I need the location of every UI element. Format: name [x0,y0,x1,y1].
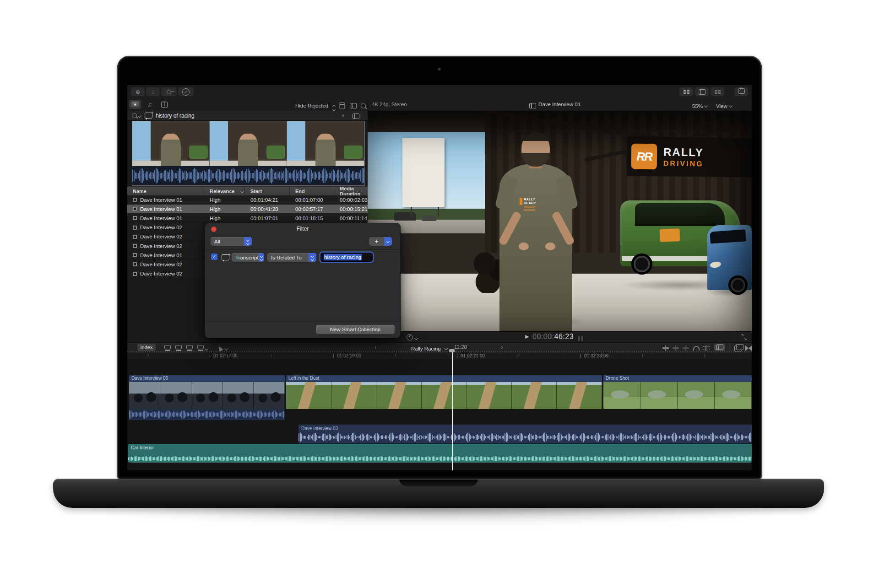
ruler-minor-tick [642,354,643,357]
rule-value-text: history of racing [324,254,362,260]
thumbnail-frame [715,382,752,409]
ruler-minor-tick [395,354,396,357]
timeline-clip-video[interactable]: Dave Interview 06 [129,375,285,420]
clip-audio-waveform [129,409,285,420]
clip-filmstrip-preview[interactable] [132,121,365,186]
clip-title: Car Interior [128,444,752,450]
table-row[interactable]: Dave Interview 01 High00:01:07:01 00:01:… [127,214,368,223]
webcam [438,68,441,71]
viewer-view-menu[interactable]: View [716,102,732,110]
rule-operator-popup[interactable]: Is Related To [267,253,316,262]
timeline-clip-audio[interactable]: Car Interior [128,444,752,463]
column-header-start[interactable]: Start [245,187,290,195]
clip-appearance-icon [716,345,723,350]
laptop-lid-notch [399,479,478,486]
audio-skimming-icon [682,345,689,351]
thumbnail-frame [287,121,364,166]
audio-meters[interactable] [576,334,583,343]
viewer-zoom-menu[interactable]: 55% [692,102,707,110]
tab-audio[interactable]: ♫ [144,100,156,109]
index-button[interactable]: Index [137,344,156,351]
share-button[interactable]: ↑ [734,87,748,96]
new-event-button[interactable]: ⊕ [131,87,145,96]
import-button[interactable]: ↓ [146,87,160,96]
browser-search-button[interactable] [361,102,366,110]
clip-icon [133,198,137,202]
table-row-selected[interactable]: Dave Interview 01 High00:00:41:20 00:00:… [127,205,368,214]
music-notes-icon: ♫ [147,101,152,108]
ruler-minor-tick [519,354,519,357]
add-rule-button[interactable]: + [369,237,384,246]
laptop-lid: ⊕ ↓ ✓ ↑ ★ ♫ T Hide Rejected [117,56,762,480]
check-circle-icon: ✓ [182,88,190,96]
filmstrip-view-button[interactable] [339,102,346,110]
project-duration: 11:20 [454,344,467,350]
playback-quality-menu[interactable] [407,334,418,342]
expand-icon[interactable]: ↖↘ [741,333,747,340]
chevron-down-icon [414,336,418,340]
column-header-relevance[interactable]: Relevance [204,187,245,195]
thumbnail-frame [331,382,377,409]
ruler-tick [581,354,581,358]
thumbnail-frame [467,382,512,409]
viewer-clip-title: Dave Interview 01 [538,102,581,107]
search-field[interactable]: history of racing × [127,111,368,121]
rule-value-input[interactable]: history of racing [320,253,373,262]
timeline-clip-video[interactable]: Drone Shot [603,375,752,409]
previous-project-button[interactable]: ‹ [374,344,376,351]
tab-titles[interactable]: T [158,100,170,109]
cursor-arrow-icon [217,345,223,351]
search-input[interactable]: history of racing [156,113,195,119]
chevron-down-icon [704,104,708,108]
list-view-icon [340,102,345,109]
share-icon: ↑ [738,88,745,95]
timeline-clip-video[interactable]: Left in the Dust [286,375,602,409]
rule-enabled-checkbox[interactable]: ✓ [211,254,217,260]
add-rule-menu[interactable] [384,237,392,246]
add-rule-split-button[interactable]: + [369,237,392,246]
divider [205,249,400,250]
snapping-icon [702,345,710,351]
keyword-editor-button[interactable] [161,87,177,96]
app-window: ⊕ ↓ ✓ ↑ ★ ♫ T Hide Rejected [127,85,752,470]
clear-search-button[interactable]: × [342,113,345,119]
organize-layout-button[interactable] [695,87,709,96]
ruler-label: 01:02:19:00 [337,353,361,358]
ruler-label: 01:02:21:00 [461,353,485,358]
scope-popup[interactable]: All [211,237,252,246]
timeline-clip-connected-audio[interactable]: Dave Interview 03 [298,425,752,443]
tab-clips[interactable]: ★ [129,100,141,109]
background-tasks-button[interactable]: ✓ [178,87,194,96]
column-header-name[interactable]: Name [127,187,204,195]
table-header: Name Relevance Start End Media Duration [127,186,368,196]
divider [368,98,368,111]
next-project-button[interactable]: › [501,344,503,351]
table-row[interactable]: Dave Interview 01 High00:01:04:21 00:01:… [127,195,368,205]
column-header-end[interactable]: End [290,187,334,195]
thumbnail-frame [254,382,285,410]
import-icon: ↓ [152,89,154,95]
timecode-current: 46:23 [554,333,574,340]
viewer-canvas[interactable]: RR RALLY DRIVING [368,111,752,331]
divider [730,343,730,352]
browser-layout-button[interactable] [679,87,693,96]
search-icon [132,113,137,118]
timeline-ruler[interactable]: 01:02:17:00 01:02:19:00 01:02:21:00 01:0… [127,351,752,359]
clip-appearance-button[interactable] [714,344,725,351]
viewer-control-bar: ▶ 00:00:46:23 ↖↘ [368,331,752,343]
playhead-handle[interactable] [449,349,455,352]
dual-display-button[interactable] [711,87,724,96]
new-smart-collection-button[interactable]: New Smart Collection [316,325,395,334]
clip-icon [133,253,137,257]
laptop-base [53,479,824,508]
playhead[interactable] [452,351,453,470]
thumbnail-frame [191,382,222,410]
hide-rejected-filter[interactable]: Hide Rejected [295,101,335,111]
clip-thumbnails [286,382,602,409]
play-button[interactable]: ▶ [525,334,529,340]
timecode-prefix: 00:00: [532,333,554,340]
rule-type-popup[interactable]: Transcript [232,253,264,262]
column-header-media-duration[interactable]: Media Duration [334,187,368,195]
search-options-icon[interactable] [353,113,359,119]
clip-appearance-button[interactable] [350,102,357,110]
